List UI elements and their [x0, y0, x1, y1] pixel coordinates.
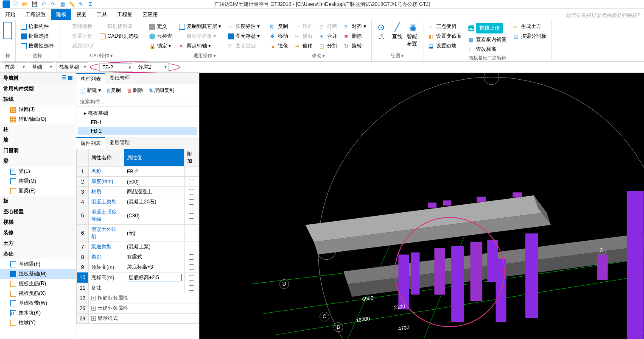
sigma-icon[interactable]: Σ	[87, 0, 94, 8]
prop-row[interactable]: 1名称FB-2	[77, 167, 199, 177]
prop-row[interactable]: 7泵送类型(混凝土泵)	[77, 242, 199, 252]
expand-icon[interactable]: +	[91, 316, 96, 321]
prop-row[interactable]: 3材质商品混凝土	[77, 187, 199, 197]
delete-component-button[interactable]: 🗑删除	[125, 86, 145, 95]
point-icon[interactable]: ⊙	[378, 22, 385, 32]
view-toggle-icons[interactable]: ☰ ▦	[62, 75, 73, 82]
prop-checkbox[interactable]	[189, 254, 194, 260]
tree-raft-foundation[interactable]: 筏板基础(M)	[0, 269, 76, 279]
cat-earth[interactable]: 土方	[0, 238, 76, 249]
prop-checkbox[interactable]	[189, 189, 194, 195]
tree-beam-e[interactable]: 圈梁(E)	[0, 186, 76, 196]
tree-foundation-beam[interactable]: 基础梁(F)	[0, 259, 76, 269]
copy-component-button[interactable]: ⎘复制	[105, 86, 123, 95]
prop-extra-cell[interactable]	[184, 262, 199, 272]
row-number[interactable]: 1	[77, 167, 89, 177]
tree-beam-g[interactable]: 连梁(G)	[0, 176, 76, 186]
prop-value-cell[interactable]: 层底标高+3	[124, 262, 184, 272]
prop-header-extra[interactable]: 附加	[184, 149, 199, 167]
prop-name-cell[interactable]: 混凝土强度等级	[89, 207, 124, 225]
drag-upload-button[interactable]: ☁拖拽上传	[467, 22, 508, 34]
prop-value-cell[interactable]	[124, 283, 184, 293]
define-button[interactable]: 定义	[148, 22, 174, 31]
floor-dropdown[interactable]: 首层	[2, 62, 27, 72]
prop-name-cell[interactable]: 备注	[89, 283, 124, 293]
tree-pier[interactable]: 柱墩(Y)	[0, 318, 76, 328]
3d-viewport[interactable]: D C B 3 6900 16200 2100 4700	[199, 73, 644, 339]
cloud-check-button[interactable]: 云检查	[148, 32, 174, 41]
tab-drawing-mgmt[interactable]: 图纸管理	[105, 73, 134, 84]
row-number[interactable]: 12	[77, 293, 89, 303]
prop-extra-cell[interactable]	[184, 272, 199, 283]
prop-extra-cell[interactable]	[184, 177, 199, 187]
prop-extra-cell[interactable]	[184, 225, 199, 242]
prop-value-cell[interactable]: 有梁式	[124, 252, 184, 262]
rotate-button[interactable]: ↻旋转	[342, 42, 367, 50]
row-number[interactable]: 6	[77, 225, 89, 242]
cad-options-button[interactable]: CAD识别选项	[98, 32, 140, 41]
prop-value-cell[interactable]: (混凝土20石)	[124, 197, 184, 207]
prop-value-cell[interactable]: FB-2	[124, 167, 184, 177]
set-edge-slope-button[interactable]: ⬓设置边坡	[427, 42, 463, 50]
comp-tree-parent[interactable]: ▸ 筏板基础	[78, 108, 197, 118]
prop-value-cell[interactable]: 商品混凝土	[124, 187, 184, 197]
prop-row[interactable]: 4混凝土类型(混凝土20石)	[77, 197, 199, 207]
prop-header-name[interactable]: 属性名称	[89, 149, 124, 167]
mirror-button[interactable]: ▲镜像	[269, 42, 290, 50]
generate-earth-button[interactable]: ▱生成土方	[512, 22, 548, 31]
group-cad[interactable]: CAD操作 ▾	[63, 52, 140, 60]
split-button[interactable]: ◫分割	[318, 42, 339, 50]
cat-finish[interactable]: 装修	[0, 228, 76, 238]
component-dropdown[interactable]: FB-2	[99, 63, 133, 72]
cat-beam[interactable]: 梁	[0, 156, 76, 167]
move-button[interactable]: ✥移动	[269, 32, 290, 41]
row-number[interactable]: 29	[77, 314, 89, 324]
group-generic[interactable]: 通用操作 ▾	[148, 52, 262, 60]
prop-checkbox[interactable]	[189, 264, 194, 270]
row-number[interactable]: 2	[77, 177, 89, 187]
menu-tools[interactable]: 工具	[92, 9, 112, 20]
prop-row[interactable]: 5混凝土强度等级(C30)	[77, 207, 199, 225]
prop-checkbox[interactable]	[189, 213, 194, 219]
merge-button[interactable]: ⊞合并	[318, 32, 339, 41]
copy-between-floors-button[interactable]: ⇅层间复制	[147, 86, 176, 95]
new-component-button[interactable]: 📄新建 ▾	[78, 86, 103, 95]
row-number[interactable]: 10	[77, 272, 89, 283]
prop-value-cell[interactable]: (无)	[124, 225, 184, 242]
axis-label[interactable]: 轴线	[0, 94, 76, 105]
align-button[interactable]: ≡对齐 ▾	[342, 22, 367, 31]
prop-extra-cell[interactable]	[184, 197, 199, 207]
cat-slab[interactable]: 板	[0, 196, 76, 206]
row-number[interactable]: 5	[77, 207, 89, 225]
expand-icon[interactable]: +	[91, 296, 96, 300]
lock-button[interactable]: 🔒锁定 ▾	[148, 42, 174, 50]
prop-name-cell[interactable]: 类别	[89, 252, 124, 262]
prop-row[interactable]: 2厚度(mm)(500)	[77, 177, 199, 187]
save-icon[interactable]: 💾	[31, 0, 38, 8]
category-dropdown[interactable]: 基础	[29, 62, 54, 72]
comp-fb1[interactable]: FB-1	[78, 118, 197, 127]
prop-name-cell[interactable]: 材质	[89, 187, 124, 197]
prop-checkbox[interactable]	[189, 285, 194, 291]
menu-project-settings[interactable]: 工程设置	[20, 9, 51, 20]
group-draw[interactable]: 绘图 ▾	[375, 52, 420, 60]
menu-view[interactable]: 视图	[71, 9, 92, 20]
prop-extra-cell[interactable]	[184, 207, 199, 225]
prop-row[interactable]: 12+钢筋业务属性	[77, 293, 199, 303]
tab-layer-mgmt[interactable]: 图层管理	[105, 137, 134, 149]
prop-extra-cell[interactable]	[184, 187, 199, 197]
comp-fb2[interactable]: FB-2	[78, 127, 197, 135]
set-section-button[interactable]: ◧设置变截面	[427, 32, 463, 41]
redo-icon[interactable]: ↷	[49, 0, 57, 8]
prop-checkbox[interactable]	[189, 275, 194, 281]
element-save-button[interactable]: 图元存盘 ▾	[226, 32, 261, 41]
prop-value-cell[interactable]: (C30)	[124, 207, 184, 225]
prop-name-cell[interactable]: +钢筋业务属性	[89, 293, 199, 303]
row-number[interactable]: 9	[77, 262, 89, 272]
row-number[interactable]: 8	[77, 252, 89, 262]
prop-row[interactable]: 9顶标高(m)层底标高+3	[77, 262, 199, 272]
prop-name-cell[interactable]: +显示样式	[89, 314, 199, 324]
prop-name-cell[interactable]: 厚度(mm)	[89, 177, 124, 187]
new-icon[interactable]: 📄	[12, 0, 20, 8]
tree-raft-neg-rebar[interactable]: 筏板负筋(X)	[0, 289, 76, 298]
